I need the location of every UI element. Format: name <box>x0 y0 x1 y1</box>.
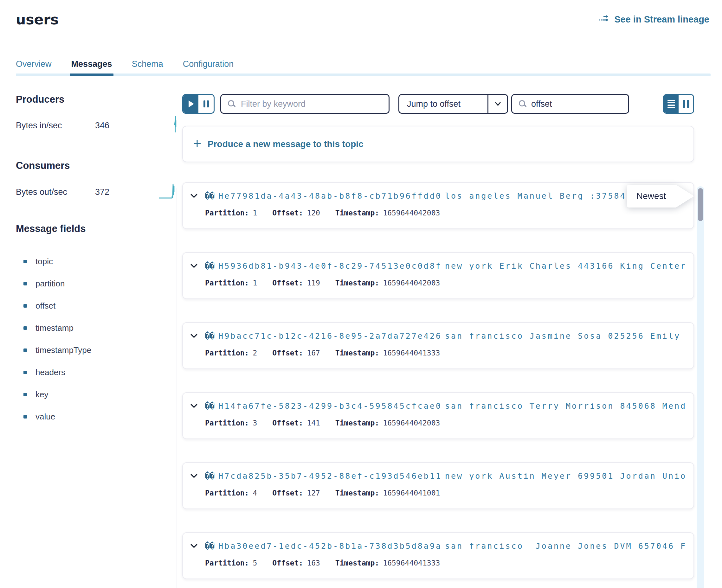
chevron-down-icon[interactable] <box>189 542 199 550</box>
bullet-icon <box>23 282 27 286</box>
filter-input[interactable] <box>241 99 382 109</box>
dashed-arrow-icon <box>599 14 610 25</box>
field-item-partition[interactable]: partition <box>16 272 179 295</box>
message-list: �� He77981da-4a43-48ab-b8f8-cb71b96ffdd0… <box>182 182 694 579</box>
message-key: Hba30eed7-1edc-452b-8b1a-738d3b5d8a9a <box>219 542 442 551</box>
unknown-glyph: �� <box>205 191 214 201</box>
message-row[interactable]: �� Hba30eed7-1edc-452b-8b1a-738d3b5d8a9a… <box>182 532 694 579</box>
unknown-glyph: �� <box>205 471 214 481</box>
bytes-out-value: 372 <box>95 187 109 197</box>
message-meta: Partition:1 Offset:119 Timestamp:1659644… <box>205 279 686 287</box>
pause-button[interactable] <box>199 95 214 113</box>
timestamp-value: 1659644042003 <box>383 279 440 287</box>
bytes-out-metric: Bytes out/sec 372 <box>16 182 179 202</box>
column-view-button[interactable] <box>679 95 693 113</box>
stream-lineage-link[interactable]: See in Stream lineage <box>599 14 709 25</box>
unknown-glyph: �� <box>205 401 214 411</box>
pane-divider <box>177 188 177 588</box>
list-view-icon <box>667 100 675 108</box>
message-summary: san francisco Jasmine Sosa 025256 Emily … <box>445 331 686 340</box>
field-item-offset[interactable]: offset <box>16 295 179 317</box>
tab-schema[interactable]: Schema <box>132 59 163 69</box>
partition-value: 3 <box>253 419 257 427</box>
field-item-value[interactable]: value <box>16 405 179 428</box>
scrollbar-track[interactable] <box>697 186 704 588</box>
message-summary: san francisco Joanne Jones DVM 657046 Fr… <box>445 542 686 551</box>
chevron-down-icon[interactable] <box>189 401 199 410</box>
unknown-glyph: �� <box>205 542 214 551</box>
bullet-icon <box>23 349 27 352</box>
message-row[interactable]: �� He77981da-4a43-48ab-b8f8-cb71b96ffdd0… <box>182 182 694 229</box>
offset-search-input[interactable] <box>531 99 622 109</box>
topic-tabs: Overview Messages Schema Configuration <box>16 59 710 76</box>
metrics-sidebar: Producers Bytes in/sec 346 Consumers Byt… <box>0 76 182 428</box>
list-view-button[interactable] <box>664 95 679 113</box>
filter-input-box <box>220 94 390 114</box>
page-title: users <box>16 12 59 27</box>
unknown-glyph: �� <box>205 331 214 340</box>
topic-page: users See in Stream lineage Overview Mes… <box>0 0 722 588</box>
chevron-down-icon[interactable] <box>189 261 199 270</box>
bytes-in-value: 346 <box>95 121 109 130</box>
messages-panel: Jump to offset <box>182 76 722 588</box>
message-summary: new york Austin Meyer 699501 Jordan Unio… <box>445 471 686 481</box>
message-row[interactable]: �� H5936db81-b943-4e0f-8c29-74513e0c0d8f… <box>182 252 694 299</box>
message-meta: Partition:5 Offset:163 Timestamp:1659644… <box>205 559 686 567</box>
field-item-headers[interactable]: headers <box>16 361 179 383</box>
produce-message-label: Produce a new message to this topic <box>208 139 364 149</box>
field-item-topic[interactable]: topic <box>16 250 179 272</box>
message-row[interactable]: �� H9bacc71c-b12c-4216-8e95-2a7da727e426… <box>182 322 694 369</box>
timestamp-value: 1659644042003 <box>383 419 440 427</box>
chevron-down-icon[interactable] <box>189 471 199 480</box>
jump-to-offset-select[interactable]: Jump to offset <box>398 94 508 114</box>
timestamp-value: 1659644041333 <box>383 559 440 567</box>
timestamp-value: 1659644041333 <box>383 349 440 357</box>
producers-heading: Producers <box>16 94 179 105</box>
chevron-down-icon[interactable] <box>189 331 199 340</box>
message-key: H14fa67fe-5823-4299-b3c4-595845cfcae0 <box>219 401 442 411</box>
bullet-icon <box>23 415 27 419</box>
offset-value: 141 <box>307 419 320 427</box>
offset-search-box <box>511 94 629 114</box>
produce-message-button[interactable]: Produce a new message to this topic <box>182 126 694 162</box>
field-item-timestamp[interactable]: timestamp <box>16 317 179 339</box>
search-icon <box>228 100 236 108</box>
play-button[interactable] <box>183 95 199 113</box>
message-row[interactable]: �� H14fa67fe-5823-4299-b3c4-595845cfcae0… <box>182 392 694 439</box>
offset-value: 163 <box>307 559 320 567</box>
bullet-icon <box>23 371 27 374</box>
chevron-down-icon[interactable] <box>189 191 199 200</box>
offset-value: 119 <box>307 279 320 287</box>
message-meta: Partition:3 Offset:141 Timestamp:1659644… <box>205 419 686 427</box>
plus-icon <box>192 139 202 149</box>
bytes-out-sparkline <box>158 182 179 202</box>
bytes-out-label: Bytes out/sec <box>16 187 95 197</box>
column-view-icon <box>683 100 689 108</box>
bullet-icon <box>23 393 27 396</box>
timestamp-value: 1659644041001 <box>383 489 440 497</box>
bullet-icon <box>23 304 27 308</box>
chevron-down-icon <box>488 95 507 113</box>
timestamp-value: 1659644042003 <box>383 209 440 217</box>
scrollbar-thumb[interactable] <box>698 188 703 221</box>
pause-icon <box>204 101 209 107</box>
tab-messages[interactable]: Messages <box>71 59 112 69</box>
offset-value: 167 <box>307 349 320 357</box>
message-key: H9bacc71c-b12c-4216-8e95-2a7da727e426 <box>219 331 442 340</box>
message-row[interactable]: �� H7cda825b-35b7-4952-88ef-c193d546eb11… <box>182 462 694 509</box>
tab-overview[interactable]: Overview <box>16 59 51 69</box>
jump-to-offset-value: Jump to offset <box>399 99 488 109</box>
offset-value: 120 <box>307 209 320 217</box>
newest-tooltip: Newest <box>627 185 694 208</box>
stream-lineage-label: See in Stream lineage <box>614 14 709 25</box>
page-header: users See in Stream lineage <box>0 0 722 27</box>
message-key: H5936db81-b943-4e0f-8c29-74513e0c0d8f <box>219 261 442 271</box>
field-item-timestampType[interactable]: timestampType <box>16 339 179 361</box>
tab-configuration[interactable]: Configuration <box>183 59 234 69</box>
message-meta: Partition:2 Offset:167 Timestamp:1659644… <box>205 349 686 357</box>
partition-value: 1 <box>253 209 257 217</box>
message-key: He77981da-4a43-48ab-b8f8-cb71b96ffdd0 <box>219 191 442 201</box>
consumers-heading: Consumers <box>16 160 179 171</box>
field-item-key[interactable]: key <box>16 383 179 405</box>
bytes-in-label: Bytes in/sec <box>16 121 95 130</box>
